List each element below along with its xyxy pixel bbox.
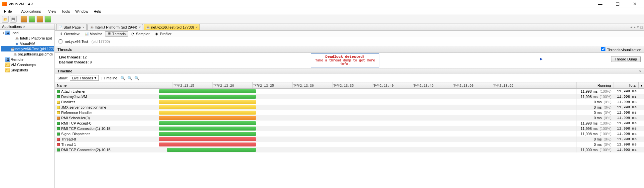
col-dropdown-icon[interactable]: ▾ [639, 82, 644, 88]
col-total[interactable]: Total [613, 82, 639, 88]
window-titlebar: VisualVM 1.4.3 — ☐ ✕ [0, 0, 644, 8]
close-tab-icon[interactable]: × [195, 26, 197, 29]
sub-tab-overview[interactable]: ℹOverview [57, 31, 82, 37]
menu-tools[interactable]: Tools [60, 9, 72, 14]
main-tab[interactable]: ☕net.yzx66.Test (pid 17700)× [144, 24, 200, 30]
zoom-out-icon[interactable]: 🔍 [127, 76, 132, 80]
main-tab[interactable]: 📄Start Page× [56, 24, 87, 30]
time-tick: 下午2:13:20 [212, 82, 234, 88]
tabs-scroll-right-icon[interactable]: ▸ [634, 25, 636, 29]
timeline-tl-label: Timeline: [104, 76, 118, 80]
menu-file[interactable]: File [2, 9, 16, 14]
table-row[interactable]: RMI TCP Connection(2)-10.15 11,000 ms(10… [55, 147, 644, 152]
thread-state-bar [159, 95, 256, 99]
main-tab[interactable]: ☕IntelliJ Platform (pid 2944)× [87, 24, 143, 30]
folder-icon: 📁 [5, 68, 10, 72]
maximize-button[interactable]: ☐ [613, 1, 622, 7]
close-tab-icon[interactable]: × [82, 26, 84, 29]
tool-btn-2[interactable] [29, 16, 35, 23]
page-heading: net.yzx66.Test (pid 17700) [55, 37, 644, 46]
tree-node[interactable]: ☕org.jetbrains.jps.cmdli [1, 51, 54, 57]
sub-tab-profiler[interactable]: ◉Profiler [153, 31, 174, 37]
thread-dump-button[interactable]: Thread Dump [611, 56, 641, 62]
thread-state-bar [159, 89, 256, 93]
chevron-down-icon: ▾ [94, 76, 96, 80]
time-tick: 下午2:13:40 [372, 82, 394, 88]
table-row[interactable]: Signal Dispatcher 11,998 ms(100%) 11,998… [55, 131, 644, 137]
close-button[interactable]: ✕ [630, 1, 639, 7]
timeline-show-dropdown[interactable]: Live Threads ▾ [70, 75, 99, 81]
menu-applications[interactable]: Applications [17, 9, 45, 14]
save-icon[interactable]: 💾 [10, 16, 17, 23]
menu-window[interactable]: Window [73, 9, 90, 14]
timeline-show-label: Show: [58, 76, 68, 80]
applications-sidebar: Applications × ▾🖥Local☕IntelliJ Platform… [0, 24, 55, 188]
tree-node[interactable]: ◆VisualVM [1, 41, 54, 46]
page-icon: 📄 [59, 25, 63, 29]
threads-table: Name 下午2:13:15下午2:13:20下午2:13:25下午2:13:3… [55, 82, 644, 152]
java-icon: ☕ [11, 47, 15, 51]
table-row[interactable]: Attach Listener 11,998 ms(100%) 11,998 m… [55, 89, 644, 94]
tabs-dropdown-icon[interactable]: ▾ [637, 25, 639, 29]
sub-tab-sampler[interactable]: ◔Sampler [129, 31, 152, 37]
menu-bar: File Applications View Tools Window Help [0, 8, 644, 15]
table-row[interactable]: JMX server connection time 0 ms(0%) 11,9… [55, 105, 644, 110]
sub-tab-threads[interactable]: ≣Threads [105, 31, 128, 37]
table-row[interactable]: RMI TCP Connection(1)-10.15 11,998 ms(10… [55, 126, 644, 131]
tree-node[interactable]: 📁Snapshots [1, 67, 54, 73]
app-logo-icon [2, 2, 7, 6]
subtab-icon: 📊 [85, 32, 89, 36]
menu-help[interactable]: Help [92, 9, 103, 14]
subtab-icon: ℹ [59, 32, 63, 36]
state-square-icon [57, 143, 60, 146]
live-threads-count: 12 [83, 55, 87, 59]
minimize-button[interactable]: — [595, 1, 605, 7]
zoom-fit-icon[interactable]: 🔍 [134, 76, 139, 80]
zoom-in-icon[interactable]: 🔍 [120, 76, 125, 80]
app-name: net.yzx66.Test [65, 40, 88, 44]
open-icon[interactable]: 📂 [2, 16, 9, 23]
deadlock-arrow [379, 59, 541, 59]
time-tick: 下午2:13:35 [332, 82, 354, 88]
col-timeline: 下午2:13:15下午2:13:20下午2:13:25下午2:13:30下午2:… [159, 82, 577, 88]
threads-section-label: Threads [58, 47, 72, 51]
tree-node[interactable]: 📁VM Coredumps [1, 62, 54, 67]
timeline-close-icon[interactable]: × [639, 69, 641, 73]
table-row[interactable]: Thread-1 0 ms(0%) 11,998 ms [55, 142, 644, 147]
threads-viz-checkbox[interactable]: Threads visualization [601, 47, 641, 52]
daemon-threads-label: Daemon threads: [59, 60, 89, 64]
table-row[interactable]: DestroyJavaVM 11,998 ms(100%) 11,998 ms [55, 94, 644, 99]
subtab-icon: ≣ [107, 32, 111, 36]
tree-node[interactable]: ☕net.yzx66.Test (pid 17700) [1, 46, 54, 51]
tabs-maximize-icon[interactable]: □ [640, 25, 643, 29]
tabs-scroll-left-icon[interactable]: ◂ [630, 25, 632, 29]
tree-node[interactable]: ☕IntelliJ Platform (pid [1, 36, 54, 41]
table-row[interactable]: Thread-0 0 ms(0%) 11,998 ms [55, 137, 644, 142]
app-pid: (pid 17700) [91, 40, 110, 44]
tree-node[interactable]: 🖥Remote [1, 57, 54, 62]
tool-btn-1[interactable] [21, 16, 27, 23]
menu-view[interactable]: View [46, 9, 58, 14]
col-name[interactable]: Name [55, 82, 159, 88]
close-tab-icon[interactable]: × [139, 26, 141, 29]
threads-viz-check-input[interactable] [601, 47, 605, 51]
table-row[interactable]: Finalizer 0 ms(0%) 11,998 ms [55, 99, 644, 105]
thread-state-bar [167, 148, 256, 152]
thread-state-bar [159, 132, 256, 136]
state-square-icon [57, 95, 60, 98]
applications-tree[interactable]: ▾🖥Local☕IntelliJ Platform (pid◆VisualVM☕… [0, 30, 55, 73]
tree-node[interactable]: ▾🖥Local [1, 30, 54, 36]
sub-tab-monitor[interactable]: 📊Monitor [82, 31, 104, 37]
tool-btn-3[interactable] [37, 16, 43, 23]
main-tabs: 📄Start Page×☕IntelliJ Platform (pid 2944… [55, 24, 644, 31]
table-row[interactable]: Reference Handler 0 ms(0%) 11,998 ms [55, 110, 644, 115]
state-square-icon [57, 133, 60, 136]
table-row[interactable]: RMI Scheduler(0) 0 ms(0%) 11,998 ms [55, 115, 644, 121]
sidebar-close-icon[interactable]: × [23, 25, 25, 29]
col-running[interactable]: Running [577, 82, 613, 88]
state-square-icon [57, 122, 60, 125]
timeline-section-header: Timeline × [55, 68, 644, 74]
tool-btn-4[interactable] [45, 16, 51, 23]
table-row[interactable]: RMI TCP Accept-0 11,998 ms(100%) 11,998 … [55, 121, 644, 126]
timeline-label: Timeline [58, 69, 72, 73]
